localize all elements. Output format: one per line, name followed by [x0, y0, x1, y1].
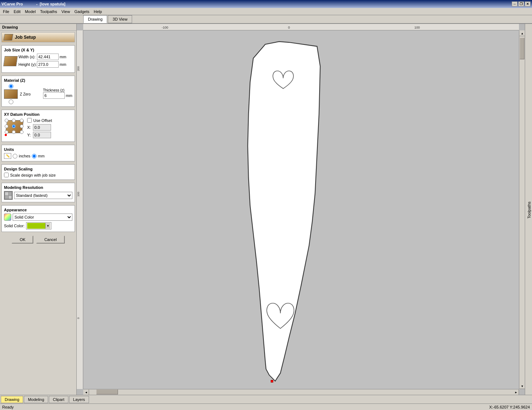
datum-x-input[interactable] — [33, 124, 51, 131]
menu-help[interactable]: Help — [92, 9, 104, 14]
scroll-thumb-vertical[interactable] — [520, 38, 524, 59]
content-area: Drawing Job Setup Job Size (X & Y) Width… — [0, 24, 532, 395]
menu-model[interactable]: Model — [23, 9, 38, 14]
menu-file[interactable]: File — [1, 9, 12, 14]
width-input[interactable] — [37, 54, 59, 60]
resolution-dropdown[interactable]: Standard (fastest) High Very High Highes… — [14, 192, 72, 199]
datum-red-dot — [5, 134, 7, 136]
origin-dot — [271, 380, 273, 382]
datum-tm[interactable] — [12, 119, 16, 122]
toolpaths-panel: Toolpaths — [525, 24, 532, 395]
thickness-input[interactable] — [43, 92, 65, 99]
tab-row: Drawing 3D View — [0, 15, 532, 24]
menu-toolpaths[interactable]: Toolpaths — [38, 9, 59, 14]
restore-button[interactable]: ❐ — [518, 1, 524, 7]
material-icon — [4, 89, 18, 99]
ok-button[interactable]: OK — [12, 236, 33, 244]
job-setup-section: Job Setup — [1, 32, 75, 42]
resolution-icon — [4, 191, 13, 200]
bottom-tabs: Drawing Modeling Clipart Layers — [0, 395, 532, 403]
panel-header: Drawing — [0, 24, 76, 31]
close-button[interactable]: ✕ — [525, 1, 531, 7]
minimize-button[interactable]: ─ — [512, 1, 518, 7]
canvas-background — [83, 30, 519, 389]
bottom-tab-modeling[interactable]: Modeling — [24, 396, 48, 403]
scroll-down-button[interactable]: ▼ — [519, 383, 525, 389]
datum-y-input[interactable] — [33, 132, 51, 138]
design-scaling-section: Design Scaling Scale design with job siz… — [1, 164, 75, 180]
title-bar: VCarve Pro - [love spatula] ─ ❐ ✕ — [0, 0, 532, 8]
bottom-tab-drawing[interactable]: Drawing — [1, 396, 23, 403]
scroll-up-button[interactable]: ▲ — [519, 30, 525, 36]
spatula-outline — [248, 42, 320, 381]
scroll-thumb-horizontal[interactable] — [96, 389, 118, 394]
datum-mm[interactable] — [12, 124, 16, 128]
material-section: Material (Z) Z Zero Thickness (z) mm — [1, 76, 75, 107]
canvas-area: -100 0 100 200 100 0 — [77, 24, 525, 395]
tab-3d-view[interactable]: 3D View — [108, 15, 132, 23]
coords-display: X:-65.6207 Y:245.9624 — [489, 405, 530, 409]
design-scaling-row: Scale design with job size — [4, 173, 72, 177]
modeling-resolution-title: Modeling Resolution — [4, 185, 72, 190]
color-dropdown-btn[interactable]: ▼ — [45, 223, 50, 229]
zzero-bottom-radio[interactable] — [9, 100, 13, 104]
datum-bm[interactable] — [12, 130, 16, 134]
height-row: Height (y): mm — [18, 61, 66, 68]
appearance-section: Appearance Solid Color Wood Metal Solid … — [1, 205, 75, 232]
action-buttons: OK Cancel — [0, 233, 76, 246]
datum-bl[interactable] — [5, 130, 8, 134]
ruler-horizontal: -100 0 100 — [83, 24, 519, 30]
app-container: Drawing 3D View Drawing Job Setup Job Si… — [0, 15, 532, 410]
scrollbar-horizontal[interactable]: ◄ ► — [83, 389, 519, 395]
status-text: Ready — [2, 405, 14, 409]
window-controls: ─ ❐ ✕ — [512, 1, 531, 7]
ruler-icon: 📏 — [4, 153, 11, 159]
status-bar: Ready X:-65.6207 Y:245.9624 — [0, 403, 532, 410]
appearance-row: Solid Color Wood Metal — [4, 214, 72, 221]
job-size-title: Job Size (X & Y) — [4, 48, 72, 52]
datum-tl[interactable] — [5, 119, 8, 122]
datum-mr[interactable] — [20, 124, 24, 128]
ruler-vertical: 200 100 0 — [77, 30, 83, 389]
units-section: Units 📏 inches mm — [1, 145, 75, 161]
zzero-label: Z Zero — [20, 92, 30, 96]
appearance-title: Appearance — [4, 208, 72, 212]
menu-edit[interactable]: Edit — [12, 9, 23, 14]
color-swatch — [27, 223, 45, 229]
menu-view[interactable]: View — [59, 9, 72, 14]
height-input[interactable] — [37, 61, 59, 68]
job-size-icon — [3, 56, 18, 66]
appearance-dropdown[interactable]: Solid Color Wood Metal — [13, 214, 72, 221]
mm-radio[interactable] — [32, 154, 37, 158]
scrollbar-vertical[interactable]: ▲ ▼ — [519, 30, 525, 389]
datum-tr[interactable] — [20, 119, 24, 122]
material-title: Material (Z) — [4, 78, 72, 83]
job-setup-label: Job Setup — [15, 35, 36, 40]
scroll-left-button[interactable]: ◄ — [83, 389, 89, 395]
bottom-tab-clipart[interactable]: Clipart — [49, 396, 68, 403]
zzero-top-radio[interactable] — [9, 84, 13, 89]
cancel-button[interactable]: Cancel — [36, 236, 64, 244]
modeling-resolution-section: Modeling Resolution Standard (fastest) H… — [1, 183, 75, 202]
thickness-label: Thickness (z) — [43, 88, 72, 92]
scale-design-checkbox[interactable] — [4, 173, 9, 177]
left-panel: Drawing Job Setup Job Size (X & Y) Width… — [0, 24, 77, 395]
material-row: Z Zero Thickness (z) mm — [4, 84, 72, 104]
use-offset-checkbox[interactable] — [27, 118, 32, 123]
job-icon — [3, 34, 13, 41]
inches-radio[interactable] — [13, 154, 17, 158]
menu-bar: File Edit Model Toolpaths View Gadgets H… — [0, 8, 532, 15]
menu-gadgets[interactable]: Gadgets — [72, 9, 92, 14]
bottom-tab-layers[interactable]: Layers — [69, 396, 89, 403]
datum-ml[interactable] — [5, 124, 8, 128]
scroll-right-button[interactable]: ► — [513, 389, 519, 395]
units-title: Units — [4, 147, 72, 152]
spatula-svg — [83, 30, 519, 389]
tab-drawing[interactable]: Drawing — [83, 15, 107, 23]
xy-datum-title: XY Datum Position — [4, 112, 72, 117]
datum-br[interactable] — [20, 130, 24, 134]
job-size-section: Job Size (X & Y) Width (x): mm Height (y… — [1, 45, 75, 73]
appearance-icon — [4, 214, 11, 221]
app-title: VCarve Pro - [love spatula] — [1, 2, 66, 6]
design-scaling-title: Design Scaling — [4, 167, 72, 171]
